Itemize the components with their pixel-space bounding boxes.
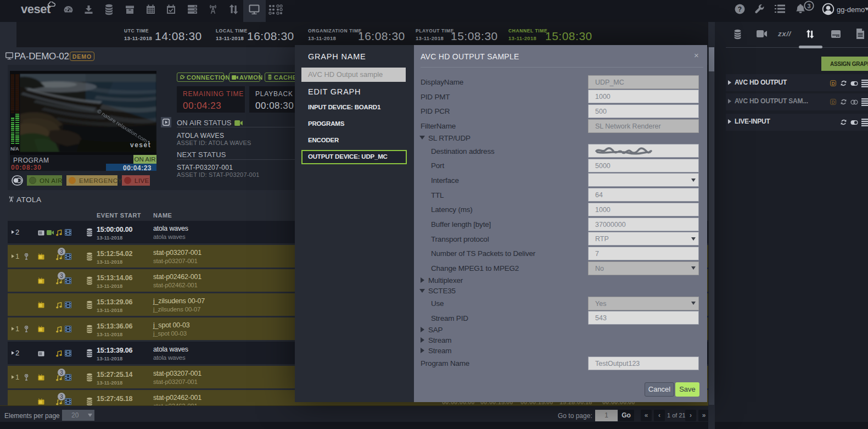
svg-text:3: 3: [807, 3, 810, 9]
svg-text:veset: veset: [130, 141, 151, 149]
svg-text:?: ?: [738, 5, 742, 13]
